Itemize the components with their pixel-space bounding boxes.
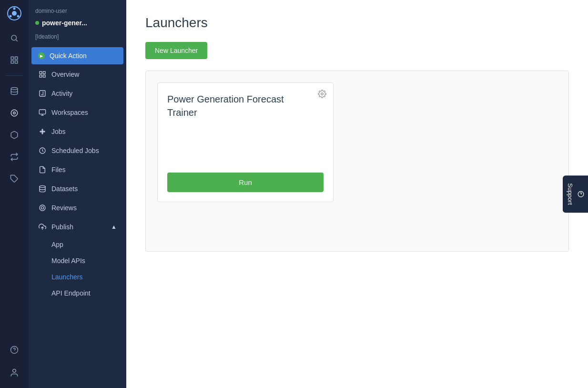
files-label: Files xyxy=(51,166,66,174)
launchers-area: Power Generation Forecast Trainer Run xyxy=(145,71,569,252)
svg-line-6 xyxy=(16,40,17,41)
svg-point-12 xyxy=(11,110,18,116)
svg-point-32 xyxy=(42,131,42,132)
publish-icon xyxy=(38,223,47,231)
svg-point-17 xyxy=(13,369,16,373)
svg-rect-8 xyxy=(15,57,18,59)
help-icon[interactable] xyxy=(5,340,24,359)
publish-label: Publish xyxy=(51,223,73,231)
svg-point-1 xyxy=(12,11,17,16)
sidebar-item-overview[interactable]: Overview xyxy=(31,65,123,83)
sidebar-item-api-endpoint[interactable]: API Endpoint xyxy=(31,286,123,301)
model-apis-label: Model APIs xyxy=(51,257,85,265)
support-button[interactable]: Support xyxy=(563,175,588,213)
svg-rect-7 xyxy=(11,57,13,59)
project-tag: [Ideation] xyxy=(29,33,126,47)
main-inner: Launchers New Launcher Power Generation … xyxy=(126,0,588,388)
sidebar-item-launchers[interactable]: Launchers xyxy=(31,269,123,285)
datasets-icon xyxy=(38,184,47,193)
search-nav-icon[interactable] xyxy=(5,29,24,48)
svg-rect-10 xyxy=(15,61,18,63)
files-icon xyxy=(38,165,47,174)
project-status-dot xyxy=(35,21,39,25)
launchers-label: Launchers xyxy=(51,273,82,281)
svg-point-42 xyxy=(321,93,324,95)
svg-point-38 xyxy=(40,185,45,187)
sidebar-divider xyxy=(6,75,23,76)
app-label: App xyxy=(51,241,63,248)
quick-action-label: Quick Action xyxy=(50,52,87,60)
svg-point-4 xyxy=(10,15,12,18)
sidebar-item-workspaces[interactable]: Workspaces xyxy=(31,103,123,122)
svg-point-33 xyxy=(40,131,41,132)
publish-chevron-icon: ▲ xyxy=(111,224,117,230)
overview-label: Overview xyxy=(51,71,79,78)
svg-rect-28 xyxy=(39,110,45,114)
project-nav-icon[interactable] xyxy=(5,103,24,123)
sidebar-section-publish[interactable]: Publish ▲ xyxy=(31,218,123,236)
sidebar-item-quick-action[interactable]: ▶ Quick Action xyxy=(31,47,123,64)
gear-icon[interactable] xyxy=(318,90,326,98)
icon-sidebar xyxy=(0,0,29,388)
sidebar-bottom-actions xyxy=(5,340,24,382)
play-icon: ▶ xyxy=(38,52,45,59)
svg-rect-20 xyxy=(43,75,45,77)
svg-point-13 xyxy=(13,112,16,114)
workspaces-label: Workspaces xyxy=(51,109,88,116)
sidebar-item-datasets[interactable]: Datasets xyxy=(31,180,123,198)
sidebar-item-model-apis[interactable]: Model APIs xyxy=(31,253,123,268)
main-content: Launchers New Launcher Power Generation … xyxy=(126,0,588,388)
user-avatar-icon[interactable] xyxy=(5,363,24,382)
reviews-icon xyxy=(38,204,47,212)
new-launcher-button[interactable]: New Launcher xyxy=(145,42,207,59)
svg-rect-9 xyxy=(11,61,13,63)
svg-point-36 xyxy=(42,133,43,134)
svg-point-5 xyxy=(11,35,17,41)
support-label: Support xyxy=(567,183,574,205)
sidebar-item-app[interactable]: App xyxy=(31,237,123,252)
activity-icon xyxy=(38,89,47,98)
api-endpoint-label: API Endpoint xyxy=(51,289,91,297)
jobs-icon xyxy=(38,127,47,136)
launcher-card-spacer xyxy=(167,127,324,165)
svg-point-35 xyxy=(42,129,43,130)
svg-rect-19 xyxy=(43,71,45,74)
sidebar-item-activity[interactable]: Activity xyxy=(31,84,123,102)
workspaces-icon xyxy=(38,108,47,117)
sidebar-item-files[interactable]: Files xyxy=(31,161,123,179)
sidebar-item-jobs[interactable]: Jobs xyxy=(31,123,123,141)
launcher-card: Power Generation Forecast Trainer Run xyxy=(157,82,334,202)
run-button[interactable]: Run xyxy=(167,173,324,192)
grid-nav-icon[interactable] xyxy=(5,51,24,70)
app-logo[interactable] xyxy=(7,6,22,21)
svg-rect-21 xyxy=(40,75,42,77)
overview-icon xyxy=(38,70,47,79)
svg-point-3 xyxy=(17,15,20,18)
scheduled-jobs-icon xyxy=(38,146,47,155)
cube-nav-icon[interactable] xyxy=(5,125,24,144)
sidebar-item-reviews[interactable]: Reviews xyxy=(31,199,123,217)
page-title: Launchers xyxy=(145,15,569,31)
svg-point-11 xyxy=(11,88,18,90)
scheduled-jobs-label: Scheduled Jobs xyxy=(51,147,99,154)
svg-point-2 xyxy=(13,8,16,10)
project-name[interactable]: power-gener... xyxy=(29,19,126,33)
datasets-label: Datasets xyxy=(51,185,78,193)
svg-point-39 xyxy=(40,205,45,211)
tag-nav-icon[interactable] xyxy=(5,169,24,188)
reviews-label: Reviews xyxy=(51,204,77,212)
launcher-card-title: Power Generation Forecast Trainer xyxy=(167,92,324,119)
svg-point-34 xyxy=(44,131,45,132)
svg-point-40 xyxy=(41,206,43,209)
username-label: domino-user xyxy=(29,0,126,19)
sidebar-item-scheduled-jobs[interactable]: Scheduled Jobs xyxy=(31,142,123,160)
svg-rect-18 xyxy=(40,71,42,74)
database-nav-icon[interactable] xyxy=(5,82,24,101)
transfer-nav-icon[interactable] xyxy=(5,147,24,166)
activity-label: Activity xyxy=(51,90,72,97)
nav-sidebar: domino-user power-gener... [Ideation] ▶ … xyxy=(29,0,126,388)
jobs-label: Jobs xyxy=(51,128,66,135)
